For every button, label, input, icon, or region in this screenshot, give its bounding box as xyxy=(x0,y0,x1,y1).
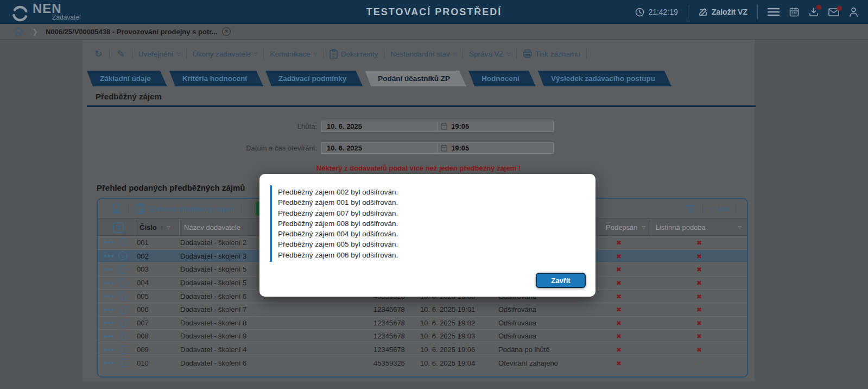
close-dialog-button[interactable]: Zavřít xyxy=(536,273,586,288)
dialog-message: Předběžný zájem 001 byl odšifrován. xyxy=(278,197,398,208)
dialog-message: Předběžný zájem 004 byl odšifrován. xyxy=(278,229,398,239)
dialog-message: Předběžný zájem 006 byl odšifrován. xyxy=(278,250,398,260)
nen-page: NEN Zadavatel TESTOVACÍ PROSTŘEDÍ 21:42:… xyxy=(0,0,868,389)
dialog-message-list: Předběžný zájem 002 byl odšifrován.Předb… xyxy=(278,187,398,260)
decryption-result-dialog: Předběžný zájem 002 byl odšifrován.Předb… xyxy=(259,174,595,297)
dialog-message: Předběžný zájem 002 byl odšifrován. xyxy=(278,187,398,197)
dialog-message: Předběžný zájem 008 byl odšifrován. xyxy=(278,218,398,229)
dialog-message: Předběžný zájem 005 byl odšifrován. xyxy=(278,239,398,249)
dialog-message: Předběžný zájem 007 byl odšifrován. xyxy=(278,208,398,218)
dialog-accent-bar xyxy=(270,185,272,262)
